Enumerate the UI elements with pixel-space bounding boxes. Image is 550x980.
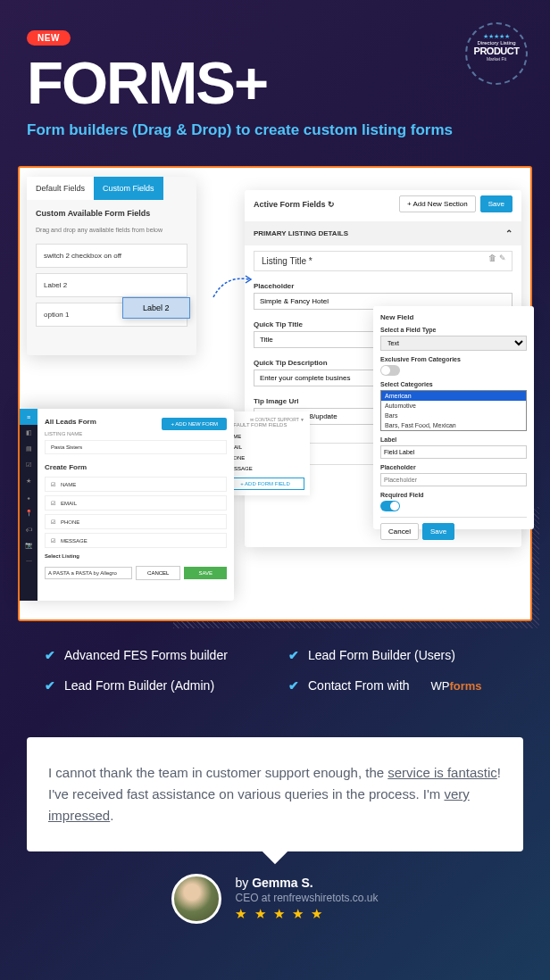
- wpforms-logo: WPforms: [430, 679, 481, 693]
- cancel-button[interactable]: Cancel: [380, 523, 419, 540]
- form-row[interactable]: ☑EMAIL: [45, 495, 227, 511]
- features-list: ✔Advanced FES Forms builder ✔Lead Form B…: [0, 621, 550, 719]
- placeholder-label: Placeholder: [254, 282, 512, 290]
- page-title: FORMS+: [27, 53, 523, 112]
- exclusive-toggle[interactable]: [380, 365, 400, 376]
- sidebar-icon[interactable]: 🏷: [20, 521, 38, 537]
- author-avatar: [171, 874, 221, 924]
- testimonial-author: by Gemma S. CEO at renfrewshiretots.co.u…: [0, 874, 550, 924]
- field-type-select[interactable]: Text: [380, 336, 527, 351]
- default-field-row[interactable]: EMAIL: [226, 442, 304, 453]
- sidebar-icon[interactable]: ◧: [20, 425, 38, 441]
- select-listing-label: Select Listing: [45, 553, 227, 559]
- sidebar-icon[interactable]: ⋯: [20, 553, 38, 569]
- contact-panel: ✉ CONTACT SUPPORT ▼ DEFAULT FORM FIELDS …: [221, 411, 310, 495]
- required-label: Required Field: [380, 492, 527, 498]
- custom-fields-heading: Custom Available Form Fields: [27, 200, 196, 227]
- sidebar-icon[interactable]: 📷: [20, 537, 38, 553]
- check-icon: ✔: [288, 648, 299, 662]
- author-name: by Gemma S.: [235, 876, 378, 890]
- listing-select[interactable]: A PASTA a PASTA by Allegro: [45, 567, 132, 579]
- check-icon: ✔: [288, 678, 299, 693]
- category-option[interactable]: Bars: [381, 411, 526, 420]
- cancel-form-button[interactable]: CANCEL: [136, 566, 180, 580]
- sidebar-icon[interactable]: ⬥: [20, 489, 38, 505]
- listing-title-label: Listing Title *: [262, 256, 312, 266]
- placeholder-label2: Placeholder: [380, 464, 527, 470]
- admin-sidebar: ≡ ◧ ▤ ☑ ★ ⬥ 📍 🏷 📷 ⋯: [20, 409, 38, 601]
- field-item[interactable]: switch 2 checkbox on off: [36, 244, 188, 268]
- mockup-area: Active Form Fields ↻ + Add New Section S…: [18, 166, 532, 621]
- collapse-icon[interactable]: ⌃: [505, 228, 512, 238]
- form-row[interactable]: ☑NAME: [45, 477, 227, 492]
- dragging-field[interactable]: Label 2: [122, 297, 190, 319]
- save-field-button[interactable]: Save: [422, 523, 454, 540]
- category-option[interactable]: Automotive: [381, 401, 526, 411]
- category-option[interactable]: American: [381, 391, 526, 401]
- category-option[interactable]: Bars, Fast Food, Mexican: [381, 420, 526, 430]
- add-new-form-button[interactable]: + ADD NEW FORM: [162, 418, 227, 430]
- label-input[interactable]: [380, 445, 527, 459]
- listing-row[interactable]: Pasta Sisters: [45, 440, 227, 454]
- sidebar-icon[interactable]: ★: [20, 473, 38, 489]
- new-field-panel: New Field Select a Field Type Text Exclu…: [373, 306, 534, 529]
- award-sub: Market Fit: [472, 56, 521, 62]
- author-role: CEO at renfrewshiretots.co.uk: [235, 892, 378, 904]
- default-fields-heading: DEFAULT FORM FIELDS: [226, 422, 304, 428]
- tab-default-fields[interactable]: Default Fields: [27, 177, 94, 200]
- listing-name-header: LISTING NAME: [45, 431, 227, 436]
- form-row[interactable]: ☑MESSAGE: [45, 533, 227, 548]
- create-form-title: Create Form: [45, 463, 227, 471]
- sidebar-icon[interactable]: 📍: [20, 505, 38, 521]
- required-toggle[interactable]: [380, 501, 400, 511]
- drag-arrow: [212, 270, 256, 302]
- add-section-button[interactable]: + Add New Section: [399, 195, 476, 212]
- page-subtitle: Form builders (Drag & Drop) to create cu…: [27, 121, 523, 139]
- edit-icon[interactable]: ✎: [499, 253, 506, 262]
- sidebar-icon[interactable]: ☑: [20, 457, 38, 473]
- check-icon: ✔: [45, 648, 55, 662]
- new-badge: NEW: [27, 30, 71, 46]
- categories-list[interactable]: American Automotive Bars Bars, Fast Food…: [380, 390, 527, 431]
- active-fields-title: Active Form Fields ↻: [254, 200, 335, 209]
- section-title: PRIMARY LISTING DETAILS: [254, 229, 348, 237]
- save-button[interactable]: Save: [480, 195, 512, 212]
- feature-text: Contact From with: [308, 678, 410, 693]
- award-main: PRODUCT: [472, 46, 521, 56]
- sidebar-icon[interactable]: ▤: [20, 441, 38, 457]
- exclusive-label: Exclusive From Categories: [380, 356, 527, 362]
- add-form-field-button[interactable]: + ADD FORM FIELD: [226, 478, 304, 490]
- testimonial-card: I cannot thank the team in customer supp…: [27, 737, 523, 851]
- form-row[interactable]: ☑PHONE: [45, 514, 227, 529]
- award-badge: ★★★★★ Directory Listing PRODUCT Market F…: [465, 22, 528, 85]
- new-field-title: New Field: [380, 313, 527, 321]
- save-form-button[interactable]: SAVE: [184, 567, 227, 579]
- custom-fields-panel: Default Fields Custom Fields Custom Avai…: [27, 177, 196, 355]
- default-field-row[interactable]: PHONE: [226, 453, 304, 463]
- custom-fields-sub: Drag and drop any available fields from …: [27, 227, 196, 238]
- default-field-row[interactable]: NAME: [226, 431, 304, 442]
- label-label: Label: [380, 436, 527, 443]
- feature-text: Lead Form Builder (Users): [308, 648, 455, 662]
- field-item[interactable]: Label 2: [36, 273, 188, 297]
- placeholder-input2[interactable]: [380, 473, 527, 486]
- tab-custom-fields[interactable]: Custom Fields: [94, 177, 163, 200]
- testimonial-text: I cannot thank the team in customer supp…: [48, 762, 502, 826]
- check-icon: ✔: [45, 678, 55, 693]
- rating-stars: ★ ★ ★ ★ ★: [235, 906, 378, 922]
- feature-text: Lead Form Builder (Admin): [64, 678, 214, 693]
- sidebar-icon[interactable]: ≡: [20, 409, 38, 425]
- default-field-row[interactable]: MESSAGE: [226, 463, 304, 474]
- categories-label: Select Categories: [380, 381, 527, 387]
- field-type-label: Select a Field Type: [380, 327, 527, 333]
- leads-form-panel: ≡ ◧ ▤ ☑ ★ ⬥ 📍 🏷 📷 ⋯ + ADD NEW FORM All L…: [20, 409, 234, 601]
- feature-text: Advanced FES Forms builder: [64, 648, 228, 662]
- trash-icon[interactable]: 🗑: [488, 253, 496, 262]
